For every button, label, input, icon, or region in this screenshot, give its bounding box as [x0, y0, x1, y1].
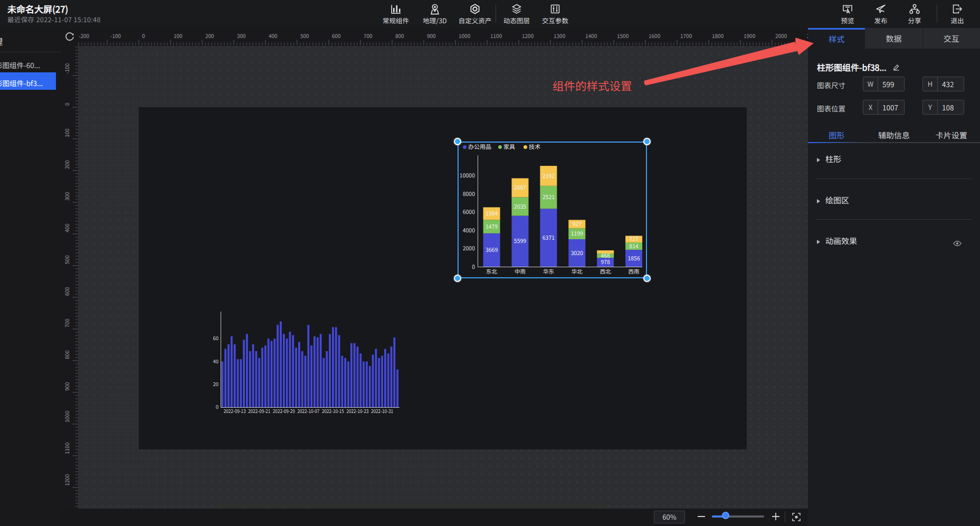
svg-text:组件的样式设置: 组件的样式设置 [553, 77, 632, 93]
